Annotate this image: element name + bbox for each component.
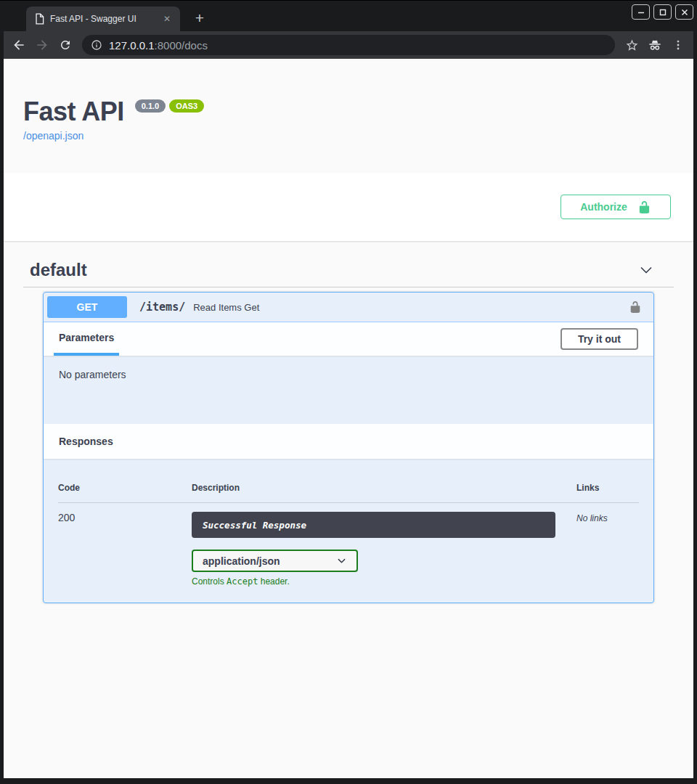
url-host: 127.0.0.1 <box>109 39 155 52</box>
browser-window: Fast API - Swagger UI ✕ + 1 <box>0 0 697 784</box>
no-parameters-text: No parameters <box>59 369 126 380</box>
response-description-cell: Successful Response application/json Con… <box>192 503 576 587</box>
tab-parameters[interactable]: Parameters <box>54 322 119 356</box>
try-it-out-button[interactable]: Try it out <box>561 328 638 350</box>
response-code: 200 <box>58 512 75 523</box>
authorize-button[interactable]: Authorize <box>561 195 671 219</box>
response-description-text: Successful Response <box>203 520 306 531</box>
parameters-tab-label: Parameters <box>59 332 114 343</box>
no-links-text: No links <box>576 513 608 523</box>
close-icon <box>680 8 689 17</box>
tag-section: default GET /items/ Read Items Get Param… <box>4 260 693 603</box>
kebab-menu-icon <box>672 38 685 52</box>
browser-menu-button[interactable] <box>667 34 689 56</box>
lock-icon <box>629 301 642 314</box>
responses-section-header: Responses <box>44 424 653 459</box>
url-text[interactable]: 127.0.0.1:8000/docs <box>109 39 208 52</box>
api-info-section: Fast API 0.1.0 OAS3 /openapi.json <box>4 59 693 142</box>
operation-summary[interactable]: GET /items/ Read Items Get <box>44 293 653 322</box>
tab-title: Fast API - Swagger UI <box>50 14 155 24</box>
minimize-icon <box>637 8 645 17</box>
window-controls <box>632 4 693 20</box>
chevron-down-icon[interactable] <box>639 263 653 277</box>
version-badge: 0.1.0 <box>135 99 166 113</box>
accept-note-code: Accept <box>227 576 258 587</box>
reload-button[interactable] <box>54 34 76 56</box>
tag-header[interactable]: default <box>23 260 674 287</box>
star-icon <box>625 38 639 52</box>
forward-button[interactable] <box>31 34 53 56</box>
response-links-cell: No links <box>576 503 639 587</box>
openapi-spec-link[interactable]: /openapi.json <box>23 130 83 142</box>
reload-icon <box>59 38 72 52</box>
response-code-cell: 200 <box>58 503 192 587</box>
column-header-links: Links <box>576 483 639 503</box>
responses-table: Code Description Links 200 Successful Re… <box>58 483 639 587</box>
forward-arrow-icon <box>35 38 49 52</box>
responses-body: Code Description Links 200 Successful Re… <box>44 459 653 603</box>
incognito-icon <box>648 38 662 52</box>
media-type-value: application/json <box>203 555 336 567</box>
media-type-select[interactable]: application/json <box>192 550 358 572</box>
unlock-icon <box>637 200 651 214</box>
accept-header-note: Controls Accept header. <box>192 576 576 587</box>
info-icon[interactable] <box>91 39 102 51</box>
operation-auth-button[interactable] <box>629 301 642 314</box>
oas3-badge: OAS3 <box>169 99 204 113</box>
new-tab-button[interactable]: + <box>189 8 210 28</box>
operation-summary-text: Read Items Get <box>193 302 629 313</box>
swagger-page: Fast API 0.1.0 OAS3 /openapi.json Author… <box>4 59 693 778</box>
select-chevron-icon <box>336 555 347 566</box>
back-arrow-icon <box>12 38 26 52</box>
operation-path: /items/ <box>139 301 185 314</box>
accept-note-suffix: header. <box>258 576 289 587</box>
page-title: Fast API <box>23 97 124 126</box>
operation-block-get-items: GET /items/ Read Items Get Parameters Tr… <box>43 292 654 603</box>
column-header-description: Description <box>192 483 576 503</box>
response-description-box: Successful Response <box>192 512 555 538</box>
tab-close-icon[interactable]: ✕ <box>160 12 174 25</box>
accept-note-prefix: Controls <box>192 576 227 587</box>
url-path: :8000/docs <box>155 39 208 52</box>
parameters-body: No parameters <box>44 356 653 424</box>
responses-title: Responses <box>59 436 113 447</box>
maximize-icon <box>659 8 667 17</box>
parameters-section-header: Parameters Try it out <box>44 322 653 356</box>
incognito-indicator <box>644 34 666 56</box>
back-button[interactable] <box>8 34 30 56</box>
minimize-button[interactable] <box>632 4 650 20</box>
http-method-badge: GET <box>47 296 127 318</box>
document-icon <box>35 13 44 25</box>
tag-name: default <box>30 260 639 280</box>
title-badges: 0.1.0 OAS3 <box>135 99 204 113</box>
authorize-button-label: Authorize <box>580 201 627 213</box>
address-bar[interactable]: 127.0.0.1:8000/docs <box>82 35 615 55</box>
close-button[interactable] <box>675 4 693 20</box>
browser-tab[interactable]: Fast API - Swagger UI ✕ <box>26 7 180 31</box>
browser-toolbar: 127.0.0.1:8000/docs <box>4 31 693 59</box>
scheme-container: Authorize <box>4 173 693 241</box>
column-header-code: Code <box>58 483 192 503</box>
maximize-button[interactable] <box>653 4 672 20</box>
bookmark-button[interactable] <box>621 34 643 56</box>
tab-strip: Fast API - Swagger UI ✕ + <box>4 1 693 31</box>
